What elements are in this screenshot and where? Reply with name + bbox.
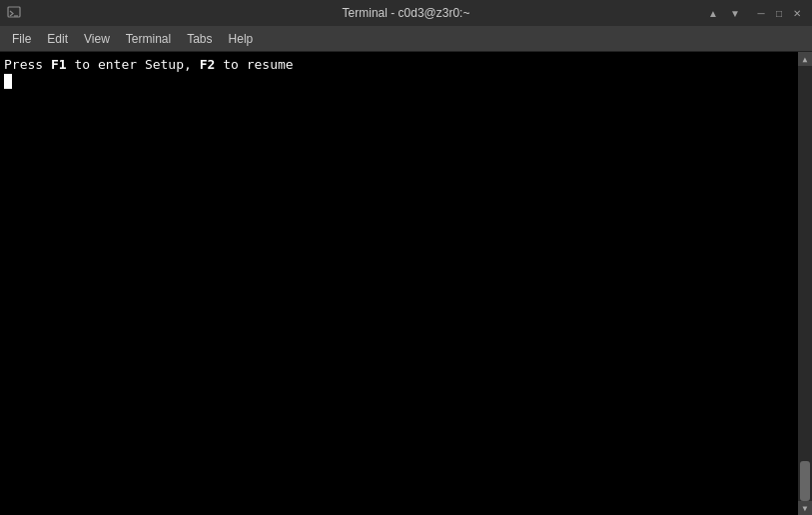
terminal-container[interactable]: Press F1 to enter Setup, F2 to resume ▲ …: [0, 52, 812, 515]
menu-view[interactable]: View: [76, 30, 118, 48]
scrollbar-thumb[interactable]: [800, 461, 810, 501]
restore-button[interactable]: □: [770, 4, 788, 22]
menu-terminal[interactable]: Terminal: [118, 30, 179, 48]
terminal-text-f1: F1: [51, 56, 67, 74]
terminal-text-to-enter: to enter Setup,: [67, 56, 200, 74]
title-bar-left: [6, 5, 28, 21]
menu-tabs[interactable]: Tabs: [179, 30, 220, 48]
menu-edit[interactable]: Edit: [39, 30, 76, 48]
menu-help[interactable]: Help: [221, 30, 262, 48]
terminal-text-press: Press: [4, 56, 51, 74]
window-controls: ▲ ▼ ─ □ ✕: [704, 4, 806, 22]
window-title: Terminal - c0d3@z3r0:~: [343, 6, 470, 20]
terminal-line-2: [4, 74, 794, 89]
title-bar: Terminal - c0d3@z3r0:~ ▲ ▼ ─ □ ✕: [0, 0, 812, 26]
terminal-line-1: Press F1 to enter Setup, F2 to resume: [4, 56, 794, 74]
app-icon: [6, 5, 22, 21]
minimize-button[interactable]: ─: [752, 4, 770, 22]
scrollbar-track[interactable]: [798, 66, 812, 501]
scrollbar-up-arrow[interactable]: ▲: [798, 52, 812, 66]
terminal-content[interactable]: Press F1 to enter Setup, F2 to resume: [0, 52, 798, 515]
menu-file[interactable]: File: [4, 30, 39, 48]
nav-arrows: ▲ ▼: [704, 4, 744, 22]
menu-bar: File Edit View Terminal Tabs Help: [0, 26, 812, 52]
nav-down-button[interactable]: ▼: [726, 4, 744, 22]
nav-up-button[interactable]: ▲: [704, 4, 722, 22]
terminal-text-to-resume: to resume: [215, 56, 293, 74]
scrollbar-down-arrow[interactable]: ▼: [798, 501, 812, 515]
terminal-cursor: [4, 74, 12, 89]
scrollbar[interactable]: ▲ ▼: [798, 52, 812, 515]
close-button[interactable]: ✕: [788, 4, 806, 22]
terminal-text-f2: F2: [200, 56, 216, 74]
